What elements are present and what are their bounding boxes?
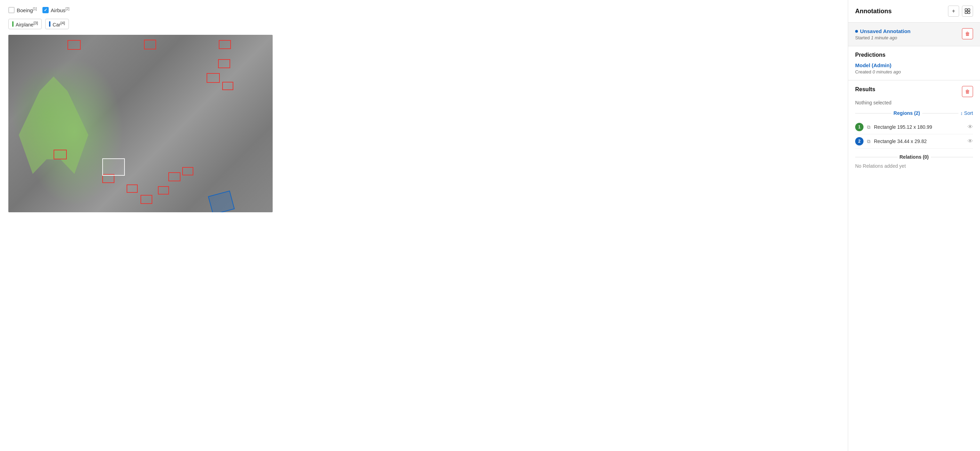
result-num-1: 1 — [855, 123, 864, 131]
boeing-filter[interactable]: Boeing[1] — [8, 7, 37, 13]
result-label-2[interactable]: Rectangle 34.44 x 29.82 — [874, 139, 964, 144]
svg-rect-1 — [968, 9, 970, 11]
dot-blue-icon — [855, 30, 858, 33]
right-sidebar: Annotations + Unsaved Annotation — [848, 0, 980, 451]
bbox-white — [102, 158, 125, 176]
sort-icon: ↕ — [961, 111, 963, 116]
nothing-selected-label: Nothing selected — [855, 100, 973, 105]
annotation-info: Unsaved Annotation Started 1 minute ago — [855, 28, 910, 40]
results-title: Results — [855, 86, 875, 92]
bbox-red-6 — [222, 82, 233, 90]
result-item-1: 1 ⧉ Rectangle 195.12 x 180.99 👁 — [855, 120, 973, 134]
bbox-red-4 — [218, 59, 230, 68]
airbus-checkbox[interactable] — [43, 7, 49, 13]
regions-label: Regions (2) — [893, 110, 920, 116]
svg-rect-2 — [965, 11, 967, 14]
add-annotation-button[interactable]: + — [948, 6, 959, 17]
bbox-red-13 — [182, 167, 193, 175]
airbus-filter[interactable]: Airbus[2] — [43, 7, 70, 13]
result-item-2: 2 ⧉ Rectangle 34.44 x 29.82 👁 — [855, 134, 973, 148]
grid-view-button[interactable] — [962, 6, 973, 17]
svg-rect-0 — [965, 9, 967, 11]
eye-icon-1[interactable]: 👁 — [967, 124, 973, 130]
airplane-tag[interactable]: Airplane[3] — [8, 19, 42, 29]
bbox-red-12 — [168, 172, 180, 181]
prediction-model-name[interactable]: Model (Admin) — [855, 62, 973, 68]
annotation-item: Unsaved Annotation Started 1 minute ago … — [855, 28, 973, 40]
airplane-color-bar — [12, 21, 14, 27]
predictions-section: Predictions Model (Admin) Created 0 minu… — [848, 46, 980, 80]
annotation-meta: Started 1 minute ago — [855, 35, 910, 40]
annotations-title: Annotations — [855, 8, 892, 15]
prediction-meta: Created 0 minutes ago — [855, 69, 973, 75]
boeing-label: Boeing[1] — [17, 7, 37, 13]
no-relations-text: No Relations added yet — [855, 163, 973, 169]
regions-line-left — [855, 113, 891, 113]
bbox-red-5 — [207, 73, 220, 83]
results-delete-button[interactable]: 🗑 — [962, 86, 973, 97]
bbox-red-3 — [219, 40, 231, 49]
annotation-section: Unsaved Annotation Started 1 minute ago … — [848, 22, 980, 46]
prediction-item: Model (Admin) Created 0 minutes ago — [855, 62, 973, 75]
main-content: Boeing[1] Airbus[2] Airplane[3] Car[4] — [0, 0, 848, 451]
copy-icon-2: ⧉ — [867, 139, 870, 144]
relations-label: Relations (0) — [900, 154, 929, 160]
boeing-checkbox[interactable] — [8, 7, 14, 13]
annotation-canvas[interactable] — [8, 35, 273, 212]
airplane-tag-label: Airplane[3] — [16, 21, 38, 27]
bbox-red-10 — [140, 195, 152, 204]
results-header: Results 🗑 — [855, 86, 973, 97]
regions-header: Regions (2) ↕ Sort — [855, 110, 973, 116]
svg-rect-3 — [968, 11, 970, 14]
relations-line-left — [855, 157, 897, 157]
label-filters-row1: Boeing[1] Airbus[2] — [8, 7, 840, 13]
bbox-red-7 — [54, 150, 67, 159]
regions-line-right — [922, 113, 958, 113]
bbox-red-2 — [144, 40, 156, 49]
label-tags-row: Airplane[3] Car[4] — [8, 19, 840, 29]
relations-header: Relations (0) — [855, 154, 973, 160]
annotation-name: Unsaved Annotation — [855, 28, 910, 34]
result-label-1[interactable]: Rectangle 195.12 x 180.99 — [874, 124, 964, 130]
car-tag[interactable]: Car[4] — [45, 19, 69, 29]
image-container — [8, 35, 840, 444]
bbox-red-9 — [127, 185, 138, 193]
bbox-red-1 — [67, 40, 81, 50]
sort-button[interactable]: ↕ Sort — [961, 110, 973, 116]
annotation-delete-button[interactable]: 🗑 — [962, 28, 973, 39]
car-tag-label: Car[4] — [52, 21, 65, 27]
sidebar-actions: + — [948, 6, 973, 17]
copy-icon-1: ⧉ — [867, 124, 870, 130]
car-color-bar — [49, 21, 51, 27]
relations-section: Relations (0) No Relations added yet — [848, 154, 980, 174]
predictions-title: Predictions — [855, 52, 973, 58]
bbox-red-11 — [158, 186, 169, 194]
airbus-label: Airbus[2] — [51, 7, 70, 13]
results-section: Results 🗑 Nothing selected Regions (2) ↕… — [848, 80, 980, 154]
result-num-2: 2 — [855, 137, 864, 145]
sidebar-header: Annotations + — [848, 0, 980, 22]
eye-icon-2[interactable]: 👁 — [967, 138, 973, 144]
relations-line-right — [931, 157, 974, 157]
